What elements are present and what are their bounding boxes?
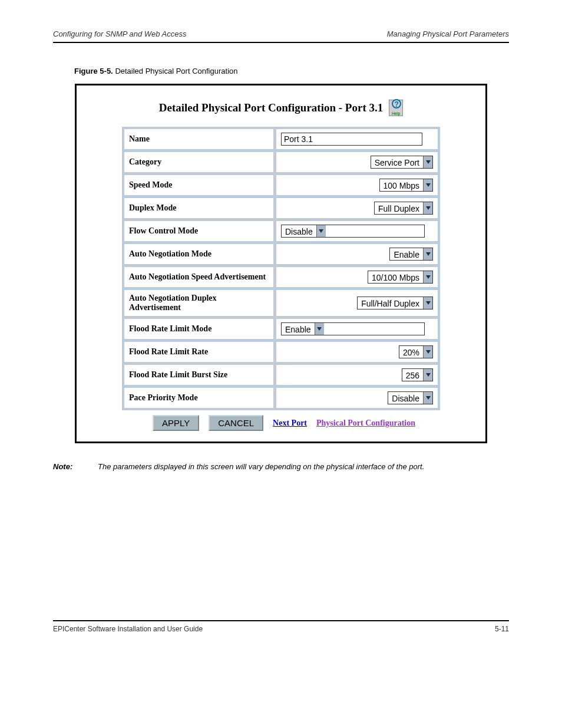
note-block: Note: The parameters displayed in this s… — [53, 461, 509, 473]
field-label: Flood Rate Limit Burst Size — [124, 364, 274, 386]
field-value-cell: Service Port — [276, 151, 438, 173]
select-value: Full Duplex — [375, 202, 423, 214]
select-value: Full/Half Duplex — [358, 297, 423, 309]
select-value: 10/100 Mbps — [368, 271, 423, 283]
field-label: Flood Rate Limit Rate — [124, 341, 274, 363]
next-port-link[interactable]: Next Port — [273, 419, 307, 428]
button-row: APPLY CANCEL Next Port Physical Port Con… — [122, 415, 440, 431]
note-body: The parameters displayed in this screen … — [98, 461, 424, 473]
svg-marker-10 — [426, 396, 431, 400]
field-value-cell: 20% — [276, 341, 438, 363]
figure-title: Detailed Physical Port Configuration - P… — [159, 101, 383, 114]
select-value: Disable — [388, 392, 423, 404]
field-value-cell — [276, 129, 438, 150]
select-duplex-mode[interactable]: Full Duplex — [374, 202, 433, 215]
select-value: Enable — [390, 248, 423, 260]
physical-port-config-link[interactable]: Physical Port Configuration — [316, 419, 415, 428]
field-label: Pace Priority Mode — [124, 387, 274, 409]
select-auto-negotiation-mode[interactable]: Enable — [389, 248, 433, 261]
field-label: Flow Control Mode — [124, 220, 274, 242]
table-row: Speed Mode100 Mbps — [124, 174, 438, 196]
field-label: Auto Negotiation Mode — [124, 243, 274, 265]
table-row: Flood Rate Limit Rate20% — [124, 341, 438, 363]
field-label: Flood Rate Limit Mode — [124, 318, 274, 340]
chevron-down-icon — [423, 271, 432, 283]
name-input[interactable] — [281, 133, 422, 146]
figure-caption-prefix: Figure 5-5. — [74, 67, 113, 75]
field-value-cell: Disable — [276, 220, 438, 242]
chevron-down-icon — [423, 248, 432, 260]
select-value: 100 Mbps — [380, 179, 423, 191]
svg-marker-0 — [426, 160, 431, 164]
help-icon[interactable]: ? Help — [389, 100, 403, 116]
select-flood-rate-limit-mode[interactable]: Enable — [281, 322, 425, 335]
table-row: Pace Priority ModeDisable — [124, 387, 438, 409]
field-label: Name — [124, 129, 274, 150]
apply-button[interactable]: APPLY — [153, 415, 199, 431]
chevron-down-icon — [423, 392, 432, 404]
chevron-down-icon — [423, 346, 432, 358]
svg-marker-6 — [426, 301, 431, 305]
field-value-cell: Enable — [276, 318, 438, 340]
svg-marker-2 — [426, 206, 431, 210]
table-row: Auto Negotiation ModeEnable — [124, 243, 438, 265]
select-value: Disable — [282, 225, 316, 237]
table-row: Name — [124, 129, 438, 150]
figure-caption: Figure 5-5. Detailed Physical Port Confi… — [74, 67, 509, 75]
svg-marker-8 — [426, 350, 431, 354]
table-row: Auto Negotiation Speed Advertisement10/1… — [124, 266, 438, 288]
field-value-cell: Enable — [276, 243, 438, 265]
select-category[interactable]: Service Port — [371, 156, 433, 169]
select-auto-negotiation-duplex-advertisement[interactable]: Full/Half Duplex — [357, 297, 433, 309]
select-value: 256 — [402, 369, 423, 381]
field-value-cell: 256 — [276, 364, 438, 386]
question-mark-icon: ? — [392, 99, 401, 108]
header-right: Managing Physical Port Parameters — [387, 29, 509, 38]
figure-caption-text: Detailed Physical Port Configuration — [115, 67, 237, 75]
chevron-down-icon — [423, 179, 432, 191]
chevron-down-icon — [423, 202, 432, 214]
field-label: Category — [124, 151, 274, 173]
config-table: NameCategoryService PortSpeed Mode100 Mb… — [122, 127, 440, 410]
select-pace-priority-mode[interactable]: Disable — [388, 391, 433, 404]
select-flood-rate-limit-rate[interactable]: 20% — [399, 345, 433, 358]
footer-left: EPICenter Software Installation and User… — [53, 625, 203, 633]
svg-marker-4 — [426, 252, 431, 256]
table-row: CategoryService Port — [124, 151, 438, 173]
footer-right: 5-11 — [495, 625, 509, 633]
figure-frame: Detailed Physical Port Configuration - P… — [75, 84, 487, 443]
select-flood-rate-limit-burst-size[interactable]: 256 — [402, 368, 433, 381]
field-value-cell: Full Duplex — [276, 197, 438, 219]
help-icon-label: Help — [389, 111, 402, 116]
field-label: Speed Mode — [124, 174, 274, 196]
chevron-down-icon — [423, 297, 432, 309]
header-left: Configuring for SNMP and Web Access — [53, 29, 186, 38]
document-page: Configuring for SNMP and Web Access Mana… — [0, 0, 562, 657]
field-label: Auto Negotiation Speed Advertisement — [124, 266, 274, 288]
header-rule — [53, 42, 509, 43]
table-row: Flood Rate Limit ModeEnable — [124, 318, 438, 340]
table-row: Flow Control ModeDisable — [124, 220, 438, 242]
select-value: 20% — [399, 346, 423, 358]
select-speed-mode[interactable]: 100 Mbps — [379, 179, 433, 192]
svg-marker-5 — [426, 275, 431, 279]
svg-marker-7 — [317, 327, 322, 331]
table-row: Auto Negotiation Duplex AdvertisementFul… — [124, 289, 438, 317]
cancel-button[interactable]: CANCEL — [209, 415, 263, 431]
select-value: Service Port — [371, 156, 423, 168]
chevron-down-icon — [423, 369, 432, 381]
note-label: Note: — [53, 461, 81, 473]
select-value: Enable — [282, 323, 315, 335]
figure-title-row: Detailed Physical Port Configuration - P… — [92, 100, 470, 116]
svg-marker-1 — [426, 183, 431, 187]
footer-rule — [53, 620, 509, 621]
chevron-down-icon — [315, 323, 324, 335]
field-value-cell: 10/100 Mbps — [276, 266, 438, 288]
table-row: Flood Rate Limit Burst Size256 — [124, 364, 438, 386]
svg-marker-3 — [319, 229, 323, 233]
select-flow-control-mode[interactable]: Disable — [281, 225, 425, 238]
chevron-down-icon — [423, 156, 432, 168]
select-auto-negotiation-speed-advertisement[interactable]: 10/100 Mbps — [368, 271, 433, 284]
page-header: Configuring for SNMP and Web Access Mana… — [53, 29, 509, 38]
svg-marker-9 — [426, 373, 431, 377]
